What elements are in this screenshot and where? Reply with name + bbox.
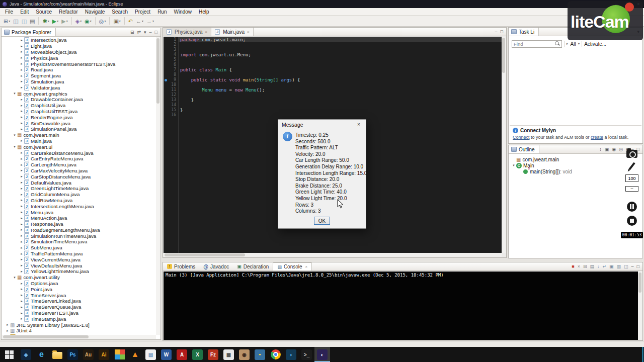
tree-item[interactable]: ▸JSimDrawable.java [2, 120, 156, 126]
tree-item[interactable]: ▸JViewCurrentMenu.java [2, 256, 156, 262]
scope-next-arrow-icon[interactable]: ▾ [578, 42, 580, 46]
collapsed-arrow-icon[interactable]: ▸ [19, 62, 24, 66]
tree-item[interactable]: ▸JCarLengthMenu.java [2, 162, 156, 168]
tree-item[interactable]: ▸JMoveableObject.java [2, 49, 156, 55]
find-input[interactable]: Find [512, 40, 562, 48]
collapsed-arrow-icon[interactable]: ▸ [19, 121, 24, 125]
tree-item[interactable]: ▸JDrawableContainer.java [2, 97, 156, 103]
tree-item[interactable]: ▸JTimeServerTEST.java [2, 310, 156, 316]
tree-item[interactable]: ▸JMenu.java [2, 209, 156, 215]
tree-item[interactable]: ▸JIntersectionLengthMenu.java [2, 203, 156, 209]
print-button[interactable]: ▤ [28, 17, 36, 26]
run-button[interactable]: ▶▾ [51, 17, 60, 26]
task-list-tab[interactable]: Task Li [509, 28, 539, 36]
excel[interactable]: X [190, 347, 205, 362]
maximize-button[interactable]: □ [153, 28, 159, 37]
code-line[interactable]: import com.jweart.ui.Menu; [179, 52, 502, 57]
external-tools-button[interactable]: ▶▾ [60, 17, 69, 26]
audition[interactable]: Au [80, 347, 96, 362]
menu-navigate[interactable]: Navigate [82, 8, 108, 16]
collapsed-arrow-icon[interactable]: ▸ [5, 329, 10, 333]
tab-problems[interactable]: !Problems [163, 262, 199, 270]
expanded-arrow-icon[interactable]: ▾ [12, 92, 17, 96]
code-line[interactable] [179, 82, 502, 87]
pin-console-button[interactable]: ▣ [608, 262, 615, 271]
terminate-button[interactable]: ■ [570, 262, 576, 271]
expanded-arrow-icon[interactable]: ▾ [12, 276, 17, 280]
menu-window[interactable]: Window [170, 8, 195, 16]
tree-item[interactable]: ▸JPoint.java [2, 286, 156, 292]
tree-item[interactable]: ▸JCarBrakeDistanceMenu.java [2, 150, 156, 156]
tree-item[interactable]: ▸JRenderEngine.java [2, 114, 156, 120]
tab-console[interactable]: ▤Console× [273, 262, 312, 270]
collapsed-arrow-icon[interactable]: ▸ [19, 38, 24, 42]
collapsed-arrow-icon[interactable]: ▸ [19, 44, 24, 48]
tree-item[interactable]: ▾▦com.jweart.ui [2, 144, 156, 150]
collapsed-arrow-icon[interactable]: ▸ [19, 68, 24, 72]
tree-item[interactable]: ▸JLight.java [2, 43, 156, 49]
code-line[interactable] [179, 42, 502, 47]
tree-item[interactable]: ▸JCarEntryRateMenu.java [2, 156, 156, 162]
collapsed-arrow-icon[interactable]: ▸ [19, 174, 24, 178]
code-line[interactable] [179, 47, 502, 52]
tree-item[interactable]: ▸JResponse.java [2, 221, 156, 227]
tree-item[interactable]: ▸▥JRE System Library [JavaSE-1.8] [2, 322, 156, 328]
eclipse[interactable]: ◐ [314, 347, 330, 362]
collapsed-arrow-icon[interactable]: ▸ [19, 168, 24, 172]
menu-edit[interactable]: Edit [17, 8, 32, 16]
collapsed-arrow-icon[interactable]: ▸ [19, 246, 24, 250]
word-wrap-button[interactable]: ↵ [601, 262, 608, 271]
collapsed-arrow-icon[interactable]: ▸ [19, 187, 24, 191]
tree-item[interactable]: ▸JOptions.java [2, 281, 156, 287]
tree-item[interactable]: ▸JSimulation.java [2, 79, 156, 85]
vlc[interactable]: ▲ [127, 347, 143, 362]
tree-item[interactable]: ▾▦com.jweart.main [2, 132, 156, 138]
collapsed-arrow-icon[interactable]: ▸ [19, 151, 24, 155]
outline-tab[interactable]: Outline [509, 145, 539, 153]
tree-item[interactable]: ▸JSimulationRunTimeMenu.java [2, 233, 156, 239]
python[interactable]: ◓ [252, 347, 268, 362]
link-with-editor-button[interactable]: ⇄ [135, 28, 142, 37]
collapsed-arrow-icon[interactable]: ▸ [19, 139, 24, 143]
annotations-button[interactable]: ▣▾ [112, 17, 122, 26]
collapsed-arrow-icon[interactable]: ▸ [19, 210, 24, 214]
view-menu-button[interactable]: ▾ [142, 28, 148, 37]
code-line[interactable]: public static void main(String[] args) { [179, 77, 502, 82]
maximize-button[interactable]: □ [499, 28, 505, 36]
code-line[interactable] [179, 57, 502, 62]
tree-item[interactable]: ▸JGridColumnMenu.java [2, 192, 156, 198]
collapsed-arrow-icon[interactable]: ▸ [19, 79, 24, 83]
minimize-button[interactable]: – [494, 28, 499, 36]
tree-item[interactable]: ▸JTimeStamp.java [2, 316, 156, 322]
tree-item[interactable]: ▸JSegment.java [2, 73, 156, 79]
tree-item[interactable]: ▸JCarStopDistanceMenu.java [2, 173, 156, 179]
editor-hscrollbar[interactable] [164, 253, 502, 257]
tree-item[interactable]: ▸JSimulationPanel.java [2, 126, 156, 132]
minimize-button[interactable]: – [148, 28, 153, 37]
collapsed-arrow-icon[interactable]: ▸ [19, 252, 24, 256]
connect-link[interactable]: Connect [513, 135, 530, 140]
collapsed-arrow-icon[interactable]: ▸ [19, 198, 24, 202]
collapsed-arrow-icon[interactable]: ▸ [19, 299, 24, 303]
close-tab-icon[interactable]: × [247, 30, 250, 34]
hide-static-members-button[interactable]: ◉ [610, 145, 617, 154]
filter-all-label[interactable]: All [571, 41, 576, 47]
app-grid[interactable] [112, 347, 127, 362]
collapsed-arrow-icon[interactable]: ▸ [19, 193, 24, 197]
collapsed-arrow-icon[interactable]: ▸ [19, 85, 24, 89]
code-line[interactable]: Menu menu = new Menu(); [179, 87, 502, 93]
tree-item[interactable]: ▸JSubMenu.java [2, 245, 156, 251]
collapsed-arrow-icon[interactable]: ▸ [19, 204, 24, 208]
collapsed-arrow-icon[interactable]: ▸ [5, 323, 10, 327]
display-selected-console-button[interactable]: ▥ [615, 262, 623, 271]
editor-tab-physics.java[interactable]: JPhysics.java× [163, 28, 211, 36]
collapsed-arrow-icon[interactable]: ▸ [19, 293, 24, 297]
litecam-zoom-out-button[interactable]: – [625, 186, 638, 192]
code-line[interactable]: package com.jweart.main; [179, 37, 502, 42]
remove-launch-button[interactable]: × [576, 262, 582, 271]
collapsed-arrow-icon[interactable]: ▸ [19, 282, 24, 286]
collapsed-arrow-icon[interactable]: ▸ [19, 305, 24, 309]
new-class-button[interactable]: ◉▾ [83, 17, 93, 26]
dialog-titlebar[interactable]: Message [278, 120, 366, 129]
tree-item[interactable]: ▸▥JUnit 4 [2, 328, 156, 334]
